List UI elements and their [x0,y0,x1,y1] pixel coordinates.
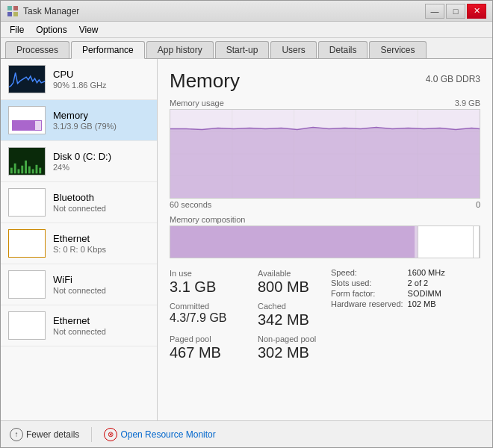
disk-icon [8,147,46,175]
content-area: CPU 90% 1.86 GHz Memory 3.1/3.9 GB (79%) [1,59,492,420]
comp-free [474,226,480,258]
tab-startup[interactable]: Start-up [215,41,270,58]
memory-icon [8,106,46,134]
tab-details[interactable]: Details [318,41,368,58]
svg-rect-3 [13,12,18,16]
bluetooth-value: Not connected [53,204,149,213]
paged-value: 467 MB [170,343,243,361]
tab-users[interactable]: Users [270,41,316,58]
bottom-separator [91,427,92,442]
menu-bar: File Options View [1,22,492,38]
sidebar: CPU 90% 1.86 GHz Memory 3.1/3.9 GB (79%) [1,59,158,420]
stats-left: In use 3.1 GB Available 800 MB Committed… [170,267,331,366]
open-monitor-button[interactable]: ⊗ Open Resource Monitor [104,428,215,441]
svg-rect-11 [28,167,31,174]
memory-value: 3.1/3.9 GB (79%) [53,122,149,131]
open-monitor-label: Open Resource Monitor [120,429,215,440]
stats-row: In use 3.1 GB Available 800 MB Committed… [170,267,480,366]
sidebar-item-ethernet2[interactable]: Ethernet Not connected [1,305,157,346]
memory-label: Memory [53,110,149,121]
task-manager-window: Task Manager — □ ✕ File Options View Pro… [0,0,493,448]
tab-performance[interactable]: Performance [71,41,145,59]
ethernet1-value: S: 0 R: 0 Kbps [53,245,149,254]
comp-standby [418,226,474,258]
memory-usage-section: Memory usage 3.9 GB [170,99,480,209]
tab-services[interactable]: Services [369,41,426,58]
sidebar-item-memory[interactable]: Memory 3.1/3.9 GB (79%) [1,100,157,141]
svg-rect-13 [36,165,38,174]
cpu-icon [8,65,46,93]
ethernet1-icon [8,229,46,258]
svg-rect-9 [21,166,23,174]
wifi-icon [8,270,46,299]
stat-cached: Cached 342 MB [258,300,331,330]
close-button[interactable]: ✕ [467,4,486,19]
slots-label: Slots used: [331,278,408,288]
stat-in-use: In use 3.1 GB [170,267,243,297]
form-row: Form factor: SODIMM [331,288,450,299]
in-use-label: In use [170,269,243,278]
menu-file[interactable]: File [4,23,30,37]
svg-marker-22 [170,128,480,198]
open-monitor-icon: ⊗ [104,428,117,441]
cached-value: 342 MB [258,311,331,329]
fewer-details-icon: ↑ [10,428,23,441]
svg-rect-12 [32,169,34,174]
composition-title: Memory composition [170,215,480,224]
window-title: Task Manager [23,6,79,16]
menu-view[interactable]: View [73,23,105,37]
ethernet2-label: Ethernet [53,315,149,326]
bottom-bar: ↑ Fewer details ⊗ Open Resource Monitor [1,420,492,447]
hw-label: Hardware reserved: [331,299,408,309]
main-title: Memory [170,69,240,93]
stat-paged: Paged pool 467 MB [170,333,243,363]
speed-label: Speed: [331,267,408,278]
svg-rect-1 [13,6,18,10]
svg-rect-2 [7,12,12,16]
sidebar-item-ethernet1[interactable]: Ethernet S: 0 R: 0 Kbps [1,223,157,264]
bluetooth-label: Bluetooth [53,192,149,203]
maximize-button[interactable]: □ [446,4,465,19]
wifi-label: WiFi [53,274,149,285]
ethernet1-label: Ethernet [53,233,149,244]
chart-title: Memory usage [170,99,224,108]
comp-in-use [170,226,415,258]
tab-processes[interactable]: Processes [5,41,69,58]
minimize-button[interactable]: — [425,4,444,19]
committed-label: Committed [170,302,243,311]
slots-row: Slots used: 2 of 2 [331,278,450,288]
sidebar-item-bluetooth[interactable]: Bluetooth Not connected [1,182,157,223]
title-bar: Task Manager — □ ✕ [1,1,492,22]
svg-rect-0 [7,6,12,10]
sidebar-item-cpu[interactable]: CPU 90% 1.86 GHz [1,59,157,100]
memory-composition-section: Memory composition [170,215,480,258]
stat-committed: Committed 4.3/7.9 GB [170,300,243,330]
form-value: SODIMM [408,288,450,299]
wifi-value: Not connected [53,286,149,295]
fewer-details-button[interactable]: ↑ Fewer details [10,428,79,441]
ethernet2-value: Not connected [53,327,149,336]
tab-bar: Processes Performance App history Start-… [1,38,492,59]
cpu-value: 90% 1.86 GHz [53,81,149,90]
chart-max-label: 3.9 GB [455,99,480,108]
sidebar-item-disk[interactable]: Disk 0 (C: D:) 24% [1,141,157,182]
svg-rect-6 [10,168,13,174]
sidebar-item-wifi[interactable]: WiFi Not connected [1,264,157,305]
svg-rect-8 [18,169,20,174]
tab-app-history[interactable]: App history [146,41,214,58]
speed-value: 1600 MHz [408,267,450,278]
main-subtitle: 4.0 GB DDR3 [426,74,480,84]
svg-rect-7 [14,164,16,173]
menu-options[interactable]: Options [30,23,72,37]
main-header: Memory 4.0 GB DDR3 [170,69,480,93]
memory-chart [170,109,480,199]
available-value: 800 MB [258,278,331,296]
paged-label: Paged pool [170,335,243,343]
cached-label: Cached [258,302,331,311]
committed-value: 4.3/7.9 GB [170,311,243,325]
svg-rect-14 [39,168,41,174]
slots-value: 2 of 2 [408,278,450,288]
bluetooth-icon [8,188,46,217]
non-paged-label: Non-paged pool [258,335,331,343]
main-panel: Memory 4.0 GB DDR3 Memory usage 3.9 GB [158,59,492,420]
